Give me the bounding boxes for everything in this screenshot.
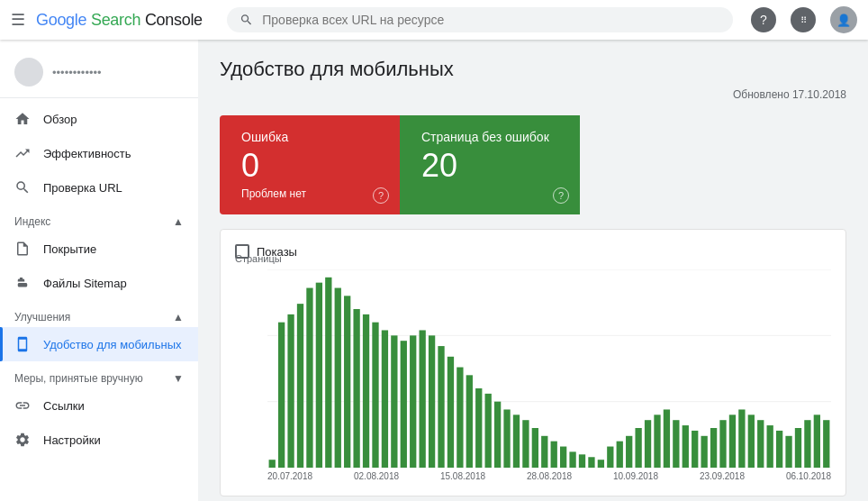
svg-rect-46: [626, 436, 632, 468]
sidebar-item-coverage-label: Покрытие: [43, 242, 96, 256]
svg-rect-9: [278, 323, 285, 468]
error-card[interactable]: Ошибка 0 Проблем нет ?: [220, 115, 400, 214]
svg-rect-65: [804, 420, 810, 468]
error-value: 0: [241, 150, 378, 182]
sidebar-item-sitemaps[interactable]: Файлы Sitemap: [0, 266, 198, 300]
sidebar-item-overview[interactable]: Обзор: [0, 102, 198, 136]
search-bar[interactable]: [227, 7, 733, 32]
svg-rect-13: [316, 283, 322, 468]
svg-rect-15: [335, 288, 341, 468]
help-icon[interactable]: ?: [751, 7, 776, 32]
app-title: Google Search Console: [36, 11, 203, 30]
sidebar: •••••••••••• Обзор Эффективность Проверк…: [0, 40, 198, 501]
sidebar-section-manual[interactable]: Меры, принятые вручную ▼: [0, 361, 198, 388]
x-label-2: 15.08.2018: [440, 471, 485, 481]
svg-rect-64: [795, 428, 801, 468]
svg-rect-45: [617, 442, 623, 468]
svg-rect-33: [503, 409, 510, 468]
svg-rect-11: [297, 304, 303, 468]
sidebar-item-links[interactable]: Ссылки: [0, 388, 198, 423]
svg-rect-47: [635, 428, 641, 468]
x-label-6: 06.10.2018: [786, 471, 831, 481]
success-help-icon[interactable]: ?: [553, 187, 569, 204]
page-title: Удобство для мобильных: [220, 58, 846, 81]
svg-rect-18: [363, 314, 369, 468]
sidebar-item-settings-label: Настройки: [43, 433, 101, 447]
svg-rect-52: [683, 425, 689, 468]
chart-container: Страницы 0255075: [235, 269, 831, 468]
error-help-icon[interactable]: ?: [373, 187, 389, 204]
svg-rect-62: [776, 431, 782, 468]
sidebar-item-mobile[interactable]: Удобство для мобильных: [0, 327, 198, 361]
chevron-down-icon: ▼: [173, 372, 184, 385]
svg-rect-61: [767, 425, 773, 468]
svg-rect-50: [664, 409, 670, 468]
svg-rect-38: [551, 442, 557, 468]
svg-rect-10: [287, 314, 294, 468]
svg-rect-34: [513, 414, 520, 468]
updated-info: Обновлено 17.10.2018: [220, 88, 846, 101]
svg-rect-66: [814, 414, 820, 468]
svg-rect-40: [569, 451, 575, 468]
sidebar-section-manual-label: Меры, принятые вручную: [14, 372, 143, 385]
svg-rect-31: [485, 394, 492, 468]
svg-rect-16: [344, 296, 350, 468]
home-icon: [14, 111, 31, 127]
success-card[interactable]: Страница без ошибок 20 ?: [400, 115, 580, 214]
svg-rect-59: [748, 414, 755, 468]
svg-rect-25: [429, 335, 435, 468]
sidebar-item-coverage[interactable]: Покрытие: [0, 232, 198, 266]
svg-rect-12: [306, 288, 312, 468]
error-sub: Проблем нет: [241, 187, 378, 200]
sidebar-item-performance-label: Эффективность: [43, 147, 131, 160]
sidebar-section-improvements-label: Улучшения: [14, 311, 70, 323]
svg-rect-67: [823, 420, 829, 468]
svg-rect-21: [391, 335, 397, 468]
menu-icon[interactable]: ☰: [11, 10, 25, 30]
svg-rect-29: [466, 375, 473, 468]
header: ☰ Google Search Console ? ⠿ 👤: [0, 0, 868, 40]
x-label-5: 23.09.2018: [700, 471, 745, 481]
sidebar-item-performance[interactable]: Эффективность: [0, 136, 198, 170]
svg-rect-48: [645, 420, 651, 468]
svg-rect-30: [475, 388, 482, 468]
x-label-0: 20.07.2018: [267, 471, 312, 481]
sidebar-section-index[interactable]: Индекс ▲: [0, 205, 198, 232]
svg-rect-60: [757, 420, 764, 468]
apps-icon[interactable]: ⠿: [791, 7, 816, 32]
avatar[interactable]: 👤: [830, 6, 857, 33]
mobile-icon: [14, 336, 31, 352]
svg-rect-28: [457, 368, 463, 468]
link-icon: [14, 397, 31, 414]
svg-rect-55: [710, 428, 717, 468]
header-left: ☰ Google Search Console: [11, 10, 209, 30]
main-layout: •••••••••••• Обзор Эффективность Проверк…: [0, 40, 868, 501]
svg-rect-20: [382, 330, 388, 468]
chart-y-label: Страницы: [235, 253, 282, 264]
sidebar-section-index-label: Индекс: [14, 215, 50, 228]
svg-rect-14: [325, 278, 331, 468]
sidebar-account[interactable]: ••••••••••••: [0, 47, 198, 98]
main-content: Удобство для мобильных Обновлено 17.10.2…: [198, 40, 868, 501]
chart-area: 0255075: [267, 269, 831, 468]
sitemap-icon: [14, 275, 31, 291]
svg-rect-27: [448, 357, 454, 468]
svg-rect-19: [372, 323, 378, 468]
sidebar-item-links-label: Ссылки: [43, 399, 85, 413]
sidebar-item-sitemaps-label: Файлы Sitemap: [43, 277, 127, 290]
sidebar-section-improvements[interactable]: Улучшения ▲: [0, 300, 198, 327]
file-icon: [14, 241, 31, 257]
search-input[interactable]: [262, 13, 720, 27]
svg-rect-23: [410, 335, 416, 468]
stats-row: Ошибка 0 Проблем нет ? Страница без ошиб…: [220, 115, 724, 214]
svg-rect-53: [692, 431, 698, 468]
chevron-up-icon2: ▲: [173, 311, 184, 323]
sidebar-item-settings[interactable]: Настройки: [0, 423, 198, 457]
sidebar-item-url-check-label: Проверка URL: [43, 181, 122, 195]
chart-svg: 0255075: [267, 269, 831, 468]
svg-rect-44: [607, 447, 613, 468]
sidebar-item-url-check[interactable]: Проверка URL: [0, 170, 198, 205]
svg-rect-37: [541, 436, 547, 468]
sidebar-item-mobile-label: Удобство для мобильных: [43, 338, 182, 351]
error-label: Ошибка: [241, 130, 378, 144]
